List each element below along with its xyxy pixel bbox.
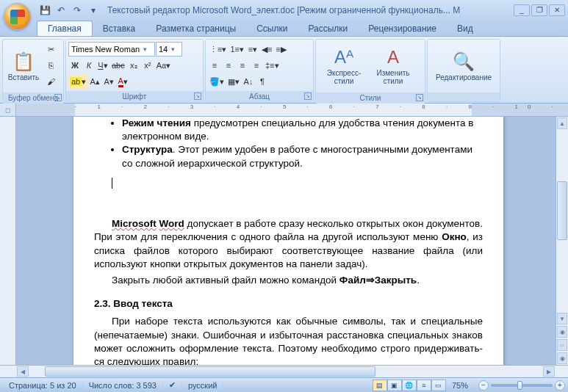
font-family-combo[interactable]: Times New Roman▼ xyxy=(68,42,155,57)
multilevel-button[interactable]: ≡▾ xyxy=(246,42,259,57)
quick-styles-label: Экспресс-стили xyxy=(318,69,370,85)
browse-object-button[interactable]: ○ xyxy=(557,339,567,351)
tab-view[interactable]: Вид xyxy=(447,21,483,36)
sort-button[interactable]: A↓ xyxy=(242,74,255,89)
line-spacing-button[interactable]: ‡≡▾ xyxy=(264,58,281,73)
view-outline[interactable]: ≡ xyxy=(417,380,431,391)
scroll-thumb[interactable] xyxy=(557,181,567,240)
doc-text: Режим чтения xyxy=(122,117,191,128)
clipboard-launcher[interactable]: ↘ xyxy=(54,94,62,101)
save-icon[interactable]: 💾 xyxy=(38,4,51,17)
text-cursor xyxy=(112,178,112,189)
view-draft[interactable]: ▭ xyxy=(431,380,446,391)
borders-button[interactable]: ▦▾ xyxy=(226,74,241,89)
change-styles-button[interactable]: A Изменить стили xyxy=(372,42,414,90)
tab-home[interactable]: Главная xyxy=(37,21,93,36)
office-button[interactable] xyxy=(4,3,31,30)
qat-more-icon[interactable]: ▾ xyxy=(87,4,100,17)
next-page-button[interactable]: ◉ xyxy=(557,352,567,364)
font-launcher[interactable]: ↘ xyxy=(194,92,201,100)
vertical-scrollbar[interactable]: ▲ ▼ ◉ ○ ◉ xyxy=(556,117,568,365)
titlebar: 💾 ↶ ↷ ▾ Текстовый редактор Microsoft Wor… xyxy=(0,0,568,20)
tab-review[interactable]: Рецензирование xyxy=(358,21,447,36)
copy-button[interactable]: ⎘ xyxy=(44,58,57,73)
highlight-button[interactable]: ab▾ xyxy=(68,74,87,89)
editing-label: Редактирование xyxy=(436,73,492,81)
shading-button[interactable]: 🪣▾ xyxy=(208,74,226,89)
zoom-slider-handle[interactable] xyxy=(517,381,522,390)
scroll-right-button[interactable]: ▶ xyxy=(543,366,555,377)
align-right-button[interactable]: ≡ xyxy=(236,58,249,73)
scroll-up-button[interactable]: ▲ xyxy=(557,117,567,129)
format-painter-button[interactable]: 🖌 xyxy=(44,74,57,89)
cut-button[interactable]: ✂ xyxy=(44,42,57,57)
justify-button[interactable]: ≡ xyxy=(250,58,263,73)
align-center-button[interactable]: ≡ xyxy=(222,58,235,73)
ruler-corner[interactable]: ◻ xyxy=(0,104,16,116)
styles-launcher[interactable]: ↘ xyxy=(416,94,423,101)
font-size-combo[interactable]: 14▼ xyxy=(156,42,182,57)
shrink-font-button[interactable]: A▾ xyxy=(102,74,115,89)
scroll-left-button[interactable]: ◀ xyxy=(17,366,29,377)
scroll-down-button[interactable]: ▼ xyxy=(557,313,567,324)
strike-button[interactable]: abc xyxy=(110,58,126,73)
doc-text: Microsoft xyxy=(112,218,157,229)
bold-button[interactable]: Ж xyxy=(68,58,82,73)
status-language[interactable]: русский xyxy=(182,381,223,390)
editing-button[interactable]: 🔍 Редактирование xyxy=(431,42,497,90)
underline-button[interactable]: Ч▾ xyxy=(96,58,109,73)
increase-indent-button[interactable]: ≡▶ xyxy=(274,42,287,57)
clear-format-button[interactable]: Aa▾ xyxy=(155,58,172,73)
zoom-out-button[interactable]: − xyxy=(478,380,489,391)
statusbar: Страница: 5 из 20 Число слов: 3 593 ✔ ру… xyxy=(0,377,568,392)
hscroll-thumb[interactable] xyxy=(45,366,375,377)
vertical-ruler[interactable] xyxy=(0,117,16,365)
zoom-in-button[interactable]: + xyxy=(555,380,565,391)
close-button[interactable]: ✕ xyxy=(549,4,565,16)
paste-label: Вставить xyxy=(8,73,39,81)
paragraph-launcher[interactable]: ↘ xyxy=(304,92,312,100)
view-full-screen[interactable]: ▣ xyxy=(387,380,402,391)
italic-button[interactable]: К xyxy=(82,58,96,73)
restore-button[interactable]: ❐ xyxy=(531,4,547,16)
zoom-level[interactable]: 75% xyxy=(446,381,474,390)
minimize-button[interactable]: _ xyxy=(514,4,530,16)
redo-icon[interactable]: ↷ xyxy=(71,4,84,17)
document-scroll[interactable]: Режим чтения предусмотрен специально для… xyxy=(16,117,556,365)
status-proofing[interactable]: ✔ xyxy=(163,380,182,390)
doc-text: При наборе текста используются как обычн… xyxy=(94,315,483,365)
undo-icon[interactable]: ↶ xyxy=(54,4,68,17)
quick-styles-icon: Aᴬ xyxy=(334,47,353,68)
doc-text: Ок­но xyxy=(442,231,467,242)
paste-button[interactable]: 📋 Вставить xyxy=(5,42,42,90)
quick-styles-button[interactable]: Aᴬ Экспресс-стили xyxy=(318,42,370,90)
tab-insert[interactable]: Вставка xyxy=(93,21,146,36)
font-color-button[interactable]: A▾ xyxy=(116,74,129,89)
change-styles-label: Изменить стили xyxy=(376,69,409,85)
ribbon: 📋 Вставить ✂ ⎘ 🖌 Буфер обмена↘ Times New… xyxy=(0,36,568,104)
zoom-slider[interactable] xyxy=(491,384,553,387)
prev-page-button[interactable]: ◉ xyxy=(557,326,567,338)
horizontal-scrollbar[interactable]: ◀ ▶ xyxy=(0,365,568,377)
view-web[interactable]: 🌐 xyxy=(402,380,417,391)
horizontal-ruler[interactable]: ◻ · 1 · 2 · 3 · 4 · 5 · 6 · 7 · 8 · 9 · … xyxy=(0,104,568,117)
page[interactable]: Режим чтения предусмотрен специально для… xyxy=(73,117,503,365)
tab-references[interactable]: Ссылки xyxy=(246,21,298,36)
group-styles: Aᴬ Экспресс-стили A Изменить стили Стили… xyxy=(315,39,425,102)
find-icon: 🔍 xyxy=(453,51,475,72)
numbering-button[interactable]: 1≡▾ xyxy=(229,42,245,57)
decrease-indent-button[interactable]: ◀≡ xyxy=(260,42,273,57)
doc-text: Файл⇒Закрыть xyxy=(339,275,417,286)
show-marks-button[interactable]: ¶ xyxy=(256,74,269,89)
tab-mailings[interactable]: Рассылки xyxy=(298,21,358,36)
view-print-layout[interactable]: ▤ xyxy=(373,380,387,391)
superscript-button[interactable]: x² xyxy=(141,58,154,73)
subscript-button[interactable]: x₂ xyxy=(127,58,140,73)
status-words[interactable]: Число слов: 3 593 xyxy=(83,381,163,390)
status-page[interactable]: Страница: 5 из 20 xyxy=(3,381,83,390)
align-left-button[interactable]: ≡ xyxy=(208,58,221,73)
tab-layout[interactable]: Разметка страницы xyxy=(145,21,246,36)
bullets-button[interactable]: ⋮≡▾ xyxy=(208,42,228,57)
grow-font-button[interactable]: A▴ xyxy=(88,74,101,89)
doc-text: Закрыть любой активный файл можно команд… xyxy=(112,275,339,286)
